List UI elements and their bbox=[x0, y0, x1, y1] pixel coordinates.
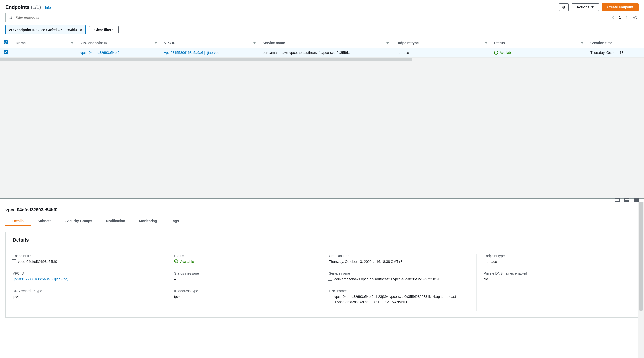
status-ok-icon: ✓ bbox=[174, 259, 178, 263]
field-label-ctime: Creation time bbox=[329, 254, 466, 258]
detail-panel: vpce-04efed32693e54bf0 Details Subnets S… bbox=[0, 202, 644, 358]
copy-icon[interactable] bbox=[329, 278, 332, 281]
cell-service: com.amazonaws.vpce.ap-southeast-1.vpce-s… bbox=[259, 48, 392, 58]
field-label-dns-names: DNS names bbox=[329, 289, 466, 293]
field-label-status-msg: Status message bbox=[174, 271, 312, 275]
gear-icon bbox=[633, 15, 638, 20]
caret-down-icon bbox=[591, 6, 594, 8]
scrollbar-thumb[interactable] bbox=[639, 202, 643, 311]
field-value-ctime: Thursday, October 13, 2022 at 16:18:38 G… bbox=[329, 259, 466, 264]
actions-label: Actions bbox=[577, 5, 589, 9]
status-text: Available bbox=[500, 51, 514, 55]
remove-filter-button[interactable]: ✕ bbox=[79, 27, 82, 32]
col-header-vpce-id[interactable]: VPC endpoint ID bbox=[77, 38, 161, 48]
col-header-name[interactable]: Name bbox=[13, 38, 77, 48]
empty-area bbox=[0, 61, 644, 198]
vertical-scrollbar[interactable] bbox=[638, 202, 644, 358]
cell-vpc-id[interactable]: vpc-03155306168c5a9a6 | lijiao-vpc bbox=[161, 48, 259, 58]
field-value-vpc-id[interactable]: vpc-03155306168c5a9a6 (lijiao-vpc) bbox=[12, 277, 157, 282]
cell-type: Interface bbox=[392, 48, 491, 58]
col-header-vpc-id[interactable]: VPC ID bbox=[161, 38, 259, 48]
refresh-icon bbox=[562, 5, 566, 9]
page-number: 1 bbox=[619, 15, 621, 19]
col-header-service[interactable]: Service name bbox=[259, 38, 392, 48]
pane-layout-bottom-button[interactable] bbox=[615, 198, 620, 202]
header-row: Endpoints (1/1) Info Actions Create endp… bbox=[0, 0, 644, 13]
field-label-etype: Endpoint type bbox=[484, 254, 622, 258]
svg-line-1 bbox=[11, 18, 12, 19]
svg-point-2 bbox=[635, 17, 636, 18]
detail-title: vpce-04efed32693e54bf0 bbox=[6, 207, 638, 213]
select-all-checkbox[interactable] bbox=[4, 40, 8, 44]
detail-tabs: Details Subnets Security Groups Notifica… bbox=[6, 216, 638, 226]
field-value-status-msg: – bbox=[174, 277, 312, 282]
page-title: Endpoints (1/1) bbox=[6, 4, 41, 10]
table-row[interactable]: – vpce-04efed32693e54bf0 vpc-03155306168… bbox=[0, 48, 644, 58]
copy-icon[interactable] bbox=[12, 260, 16, 264]
status-ok-icon: ✓ bbox=[494, 51, 498, 55]
field-value-pdns: No bbox=[484, 277, 622, 282]
top-panel: Endpoints (1/1) Info Actions Create endp… bbox=[0, 0, 644, 61]
tab-monitoring[interactable]: Monitoring bbox=[132, 216, 164, 226]
tab-notification[interactable]: Notification bbox=[99, 216, 132, 226]
svg-point-0 bbox=[9, 16, 11, 18]
tab-details[interactable]: Details bbox=[6, 216, 31, 226]
col-header-status[interactable]: Status bbox=[491, 38, 587, 48]
sort-icon bbox=[581, 42, 584, 44]
field-label-vpc-id: VPC ID bbox=[12, 271, 157, 275]
sort-icon bbox=[485, 42, 487, 44]
search-icon bbox=[8, 15, 12, 19]
tab-security-groups[interactable]: Security Groups bbox=[58, 216, 99, 226]
filter-chip-vpce-id: VPC endpoint ID: vpce-04efed32693e54bf0 … bbox=[6, 25, 86, 34]
create-endpoint-button[interactable]: Create endpoint bbox=[602, 3, 638, 11]
sort-icon bbox=[155, 42, 157, 44]
col-header-type[interactable]: Endpoint type bbox=[392, 38, 491, 48]
field-label-pdns: Private DNS names enabled bbox=[484, 271, 622, 275]
field-value-etype: Interface bbox=[484, 259, 622, 264]
tab-tags[interactable]: Tags bbox=[164, 216, 186, 226]
pane-layout-full-button[interactable] bbox=[634, 198, 638, 202]
clear-filters-button[interactable]: Clear filters bbox=[89, 26, 118, 33]
field-value-dns-rec: ipv4 bbox=[12, 294, 157, 299]
filter-input[interactable] bbox=[6, 13, 244, 22]
info-link[interactable]: Info bbox=[45, 6, 50, 9]
grip-icon bbox=[320, 200, 324, 201]
settings-button[interactable] bbox=[632, 14, 638, 21]
field-label-ip-type: IP address type bbox=[174, 289, 312, 293]
field-value-dns-names: vpce-04efed32693e54bf0-sh23j394.vpce-svc… bbox=[334, 294, 466, 305]
page-title-count: (1/1) bbox=[31, 4, 41, 10]
field-label-status: Status bbox=[174, 254, 312, 258]
cell-ctime: Thursday, October 13, bbox=[587, 48, 644, 58]
endpoints-table: Name VPC endpoint ID VPC ID Service name… bbox=[0, 38, 644, 58]
filter-chip-value: vpce-04efed32693e54bf0 bbox=[38, 28, 77, 32]
horizontal-scrollbar[interactable] bbox=[0, 58, 644, 61]
details-card-title: Details bbox=[6, 232, 638, 248]
field-value-ip-type: ipv4 bbox=[174, 294, 312, 299]
sort-icon bbox=[386, 42, 389, 44]
field-label-dns-rec: DNS record IP type bbox=[12, 289, 157, 293]
cell-status: ✓ Available bbox=[491, 48, 587, 58]
field-value-svc: com.amazonaws.vpce.ap-southeast-1.vpce-s… bbox=[334, 277, 439, 282]
endpoints-table-wrap: Name VPC endpoint ID VPC ID Service name… bbox=[0, 38, 644, 61]
row-checkbox[interactable] bbox=[4, 50, 8, 54]
copy-icon[interactable] bbox=[329, 295, 332, 298]
cell-vpce-id[interactable]: vpce-04efed32693e54bf0 bbox=[77, 48, 161, 58]
page-title-text: Endpoints bbox=[6, 4, 30, 10]
cell-name: – bbox=[13, 48, 77, 58]
field-value-status: Available bbox=[180, 259, 194, 264]
details-card: Details Endpoint ID vpce-04efed32693e54b… bbox=[6, 232, 638, 318]
pane-layout-half-button[interactable] bbox=[624, 198, 629, 202]
prev-page-button[interactable] bbox=[611, 15, 616, 20]
search-box bbox=[6, 13, 244, 22]
filter-chip-label: VPC endpoint ID: bbox=[8, 28, 37, 32]
sort-icon bbox=[253, 42, 256, 44]
sort-icon bbox=[71, 42, 74, 44]
field-value-endpoint-id: vpce-04efed32693e54bf0 bbox=[18, 259, 57, 264]
refresh-button[interactable] bbox=[559, 3, 568, 11]
pagination: 1 bbox=[611, 14, 638, 21]
col-header-ctime[interactable]: Creation time bbox=[587, 38, 644, 48]
next-page-button[interactable] bbox=[624, 15, 629, 20]
tab-subnets[interactable]: Subnets bbox=[31, 216, 58, 226]
actions-button[interactable]: Actions bbox=[572, 3, 599, 11]
panel-splitter[interactable] bbox=[0, 198, 644, 202]
